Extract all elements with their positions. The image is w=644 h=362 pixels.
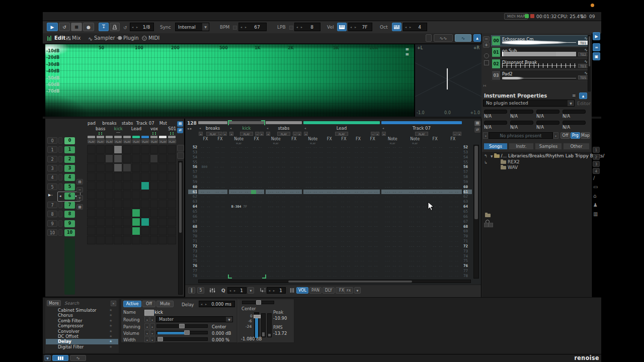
routing-prev[interactable]: ◂ [144, 316, 149, 322]
pattern-cell[interactable]: --- -- -- [268, 239, 285, 243]
pattern-cell[interactable]: --- -- -- [384, 185, 402, 189]
matrix-play-button[interactable]: PLAY [88, 139, 96, 143]
pattern-cell[interactable]: -- -- [341, 254, 351, 258]
pattern-cell[interactable]: -- -- [201, 220, 211, 224]
sequencer-mixer-button[interactable]: ▤ [76, 179, 83, 185]
track-mini-button[interactable]: + [457, 132, 461, 136]
pattern-cell[interactable]: --- -- -- [409, 165, 426, 169]
pattern-cell[interactable]: -- -- [368, 175, 378, 179]
pattern-cell[interactable]: -- -- [215, 224, 225, 228]
disk-rail-button[interactable]: ▣ [593, 52, 600, 60]
pattern-editor-view-button[interactable] [52, 355, 68, 361]
matrix-mini-button[interactable] [177, 145, 184, 151]
pattern-cell[interactable]: -- -- [253, 200, 263, 204]
pattern-cell[interactable]: -- -- [201, 244, 211, 248]
pattern-cell[interactable]: -- -- [327, 205, 337, 209]
pattern-cell[interactable]: -- -- [253, 185, 263, 189]
pattern-cell[interactable]: -- -- [253, 220, 263, 224]
pattern-cell[interactable]: -- -- [215, 185, 225, 189]
velocity-keyboard-button[interactable] [337, 23, 347, 31]
phrase-mode-map[interactable]: Map [581, 132, 590, 139]
pattern-cell[interactable]: -- -- [215, 195, 225, 199]
pattern-cell[interactable]: -- -- [253, 234, 263, 238]
pattern-cell[interactable]: -- -- [368, 224, 378, 228]
device-active-button[interactable]: Active [123, 301, 141, 307]
pattern-cell[interactable]: -- -- [449, 175, 459, 179]
matrix-cell[interactable] [158, 154, 167, 163]
pattern-cell[interactable]: -- -- [449, 254, 459, 258]
pattern-cell[interactable]: -- -- [433, 170, 443, 174]
matrix-track-color-bar[interactable] [141, 136, 149, 138]
pattern-cell[interactable]: -- -- [201, 259, 211, 263]
pattern-cell[interactable]: -- -- [327, 259, 337, 263]
pattern-cell[interactable]: -- -- [433, 254, 443, 258]
quantize-stepper[interactable]: ◂▸1 [227, 287, 247, 294]
pattern-cell[interactable]: -- -- [354, 205, 364, 209]
pattern-cell[interactable]: -- -- [354, 249, 364, 253]
note-columns-icon[interactable] [289, 287, 295, 294]
effect-item[interactable]: Delay★ [46, 339, 118, 344]
sequence-pattern-slot[interactable]: 1 [64, 146, 75, 153]
pattern-cell[interactable]: -- -- [201, 150, 211, 154]
track-mini-button[interactable]: + [382, 132, 386, 136]
pattern-cell[interactable]: -- -- [354, 269, 364, 273]
matrix-cell[interactable] [96, 236, 105, 244]
pattern-cell[interactable]: --- -- -- [268, 160, 285, 164]
matrix-cell[interactable] [87, 227, 96, 235]
pattern-cell[interactable]: -- -- [368, 239, 378, 243]
pattern-cell[interactable]: --- -- -- [384, 160, 402, 164]
collapse-instrument-list-icon[interactable]: ›‹ [483, 83, 486, 88]
browser-folder-rex2[interactable]: REX2 [501, 159, 520, 164]
pattern-cell[interactable]: -- -- [290, 195, 300, 199]
track-mini-button[interactable]: − [255, 132, 259, 136]
pattern-cell[interactable]: -- -- [433, 145, 443, 149]
pattern-cell[interactable]: -- -- [341, 190, 351, 194]
pattern-cell[interactable]: --- -- -- [231, 259, 249, 263]
pattern-cell[interactable]: --- -- -- [231, 185, 249, 189]
edit-step-icon[interactable] [259, 287, 266, 294]
pattern-cell[interactable]: -- -- [433, 239, 443, 243]
pattern-cell[interactable]: -- -- [368, 185, 378, 189]
pattern-cell[interactable]: -- -- [201, 274, 211, 278]
sequence-number-box[interactable]: 3 [47, 165, 57, 171]
pattern-cell[interactable]: --- -- -- [305, 195, 323, 199]
matrix-cell[interactable] [168, 182, 176, 190]
pattern-cell[interactable]: -- -- [433, 259, 443, 263]
pattern-cell[interactable]: --- -- -- [268, 175, 285, 179]
pattern-cell[interactable]: -- -- [449, 239, 459, 243]
pattern-cell[interactable]: --- -- -- [268, 155, 285, 159]
pattern-cell[interactable]: -- -- [341, 155, 351, 159]
matrix-cell[interactable] [168, 154, 176, 163]
matrix-mini-button[interactable]: ⇄ [177, 128, 183, 133]
pattern-cell[interactable]: --- -- -- [384, 239, 402, 243]
matrix-cell[interactable] [132, 227, 140, 235]
matrix-cell[interactable] [168, 191, 176, 199]
pattern-cell[interactable]: -- -- [341, 264, 351, 268]
pattern-cell[interactable]: -- -- [253, 269, 263, 273]
pattern-cell[interactable]: -- -- [201, 185, 211, 189]
sequence-pattern-slot[interactable]: 5 [64, 184, 75, 191]
pattern-cell[interactable]: -- -- [215, 239, 225, 243]
loop-pattern-button[interactable]: ↺ [59, 23, 70, 31]
pattern-cell[interactable]: --- -- -- [231, 244, 249, 248]
disk-op-icon[interactable]: ▭ [593, 184, 598, 190]
pattern-cell[interactable]: -- -- [433, 234, 443, 238]
sequence-slim-box[interactable] [58, 146, 62, 153]
matrix-cell[interactable] [158, 182, 167, 190]
pattern-cell[interactable]: -- -- [253, 165, 263, 169]
matrix-cell[interactable] [141, 218, 149, 226]
matrix-cell[interactable] [114, 218, 122, 226]
pattern-cell[interactable]: --- -- -- [231, 264, 249, 268]
pattern-cell[interactable]: -- -- [368, 155, 378, 159]
matrix-cell[interactable] [141, 200, 149, 208]
matrix-track-color-bar[interactable] [106, 136, 113, 138]
matrix-cell[interactable] [150, 154, 158, 163]
pattern-cell[interactable]: -- -- [354, 244, 364, 248]
pattern-cell[interactable]: --- -- -- [268, 234, 285, 238]
properties-menu-icon[interactable]: ≡ [572, 93, 576, 98]
macro-slider[interactable] [536, 121, 559, 125]
pattern-cell[interactable]: -- -- [354, 165, 364, 169]
pattern-cell[interactable]: --- -- -- [305, 274, 323, 278]
pattern-cell[interactable]: -- -- [327, 155, 337, 159]
track-play-button[interactable]: PLAY [335, 132, 348, 136]
